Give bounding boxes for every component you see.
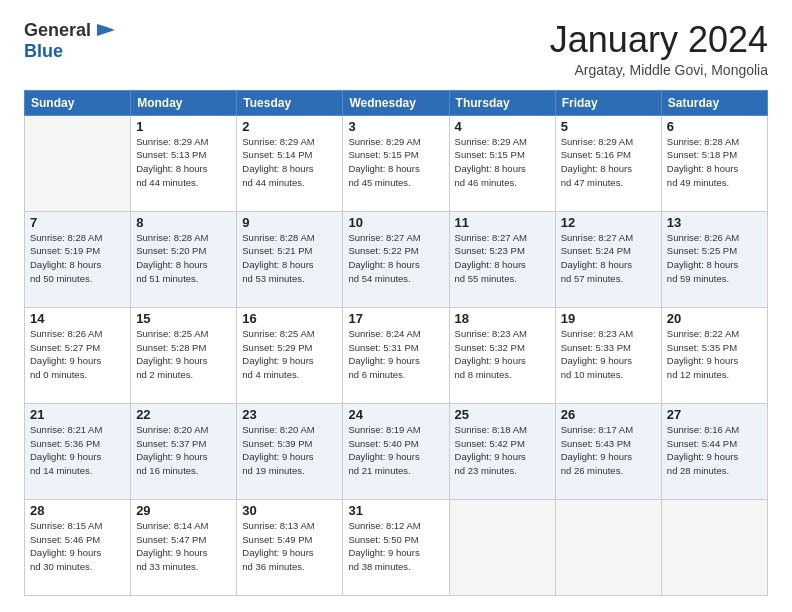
- cell-info-text: Sunrise: 8:29 AMSunset: 5:15 PMDaylight:…: [455, 135, 550, 190]
- table-cell: 14Sunrise: 8:26 AMSunset: 5:27 PMDayligh…: [25, 307, 131, 403]
- header-saturday: Saturday: [661, 90, 767, 115]
- cell-info-text: Sunrise: 8:27 AMSunset: 5:22 PMDaylight:…: [348, 231, 443, 286]
- cell-info-text: Sunrise: 8:19 AMSunset: 5:40 PMDaylight:…: [348, 423, 443, 478]
- calendar-week-1: 1Sunrise: 8:29 AMSunset: 5:13 PMDaylight…: [25, 115, 768, 211]
- header-tuesday: Tuesday: [237, 90, 343, 115]
- cell-info-text: Sunrise: 8:16 AMSunset: 5:44 PMDaylight:…: [667, 423, 762, 478]
- cell-info-text: Sunrise: 8:21 AMSunset: 5:36 PMDaylight:…: [30, 423, 125, 478]
- logo-general-text: General: [24, 20, 91, 41]
- cell-info-text: Sunrise: 8:29 AMSunset: 5:16 PMDaylight:…: [561, 135, 656, 190]
- logo-flag-icon: [95, 22, 117, 40]
- cell-date-number: 20: [667, 311, 762, 326]
- cell-info-text: Sunrise: 8:18 AMSunset: 5:42 PMDaylight:…: [455, 423, 550, 478]
- header-monday: Monday: [131, 90, 237, 115]
- month-title: January 2024: [550, 20, 768, 60]
- cell-info-text: Sunrise: 8:23 AMSunset: 5:32 PMDaylight:…: [455, 327, 550, 382]
- table-cell: [661, 499, 767, 595]
- table-cell: 26Sunrise: 8:17 AMSunset: 5:43 PMDayligh…: [555, 403, 661, 499]
- table-cell: 5Sunrise: 8:29 AMSunset: 5:16 PMDaylight…: [555, 115, 661, 211]
- cell-date-number: 7: [30, 215, 125, 230]
- table-cell: 30Sunrise: 8:13 AMSunset: 5:49 PMDayligh…: [237, 499, 343, 595]
- table-cell: 18Sunrise: 8:23 AMSunset: 5:32 PMDayligh…: [449, 307, 555, 403]
- cell-date-number: 29: [136, 503, 231, 518]
- table-cell: 16Sunrise: 8:25 AMSunset: 5:29 PMDayligh…: [237, 307, 343, 403]
- cell-info-text: Sunrise: 8:29 AMSunset: 5:14 PMDaylight:…: [242, 135, 337, 190]
- table-cell: 2Sunrise: 8:29 AMSunset: 5:14 PMDaylight…: [237, 115, 343, 211]
- cell-date-number: 5: [561, 119, 656, 134]
- calendar-week-4: 21Sunrise: 8:21 AMSunset: 5:36 PMDayligh…: [25, 403, 768, 499]
- table-cell: 24Sunrise: 8:19 AMSunset: 5:40 PMDayligh…: [343, 403, 449, 499]
- table-cell: 29Sunrise: 8:14 AMSunset: 5:47 PMDayligh…: [131, 499, 237, 595]
- cell-date-number: 14: [30, 311, 125, 326]
- table-cell: 15Sunrise: 8:25 AMSunset: 5:28 PMDayligh…: [131, 307, 237, 403]
- cell-info-text: Sunrise: 8:26 AMSunset: 5:25 PMDaylight:…: [667, 231, 762, 286]
- cell-date-number: 23: [242, 407, 337, 422]
- cell-info-text: Sunrise: 8:24 AMSunset: 5:31 PMDaylight:…: [348, 327, 443, 382]
- header-wednesday: Wednesday: [343, 90, 449, 115]
- cell-info-text: Sunrise: 8:14 AMSunset: 5:47 PMDaylight:…: [136, 519, 231, 574]
- table-cell: 25Sunrise: 8:18 AMSunset: 5:42 PMDayligh…: [449, 403, 555, 499]
- table-cell: 8Sunrise: 8:28 AMSunset: 5:20 PMDaylight…: [131, 211, 237, 307]
- logo-blue-text: Blue: [24, 41, 63, 61]
- cell-info-text: Sunrise: 8:29 AMSunset: 5:15 PMDaylight:…: [348, 135, 443, 190]
- cell-date-number: 31: [348, 503, 443, 518]
- cell-date-number: 19: [561, 311, 656, 326]
- table-cell: [449, 499, 555, 595]
- cell-date-number: 22: [136, 407, 231, 422]
- logo: General Blue: [24, 20, 117, 62]
- table-cell: 19Sunrise: 8:23 AMSunset: 5:33 PMDayligh…: [555, 307, 661, 403]
- calendar-week-5: 28Sunrise: 8:15 AMSunset: 5:46 PMDayligh…: [25, 499, 768, 595]
- cell-info-text: Sunrise: 8:28 AMSunset: 5:19 PMDaylight:…: [30, 231, 125, 286]
- cell-info-text: Sunrise: 8:20 AMSunset: 5:39 PMDaylight:…: [242, 423, 337, 478]
- cell-date-number: 4: [455, 119, 550, 134]
- table-cell: [25, 115, 131, 211]
- cell-date-number: 13: [667, 215, 762, 230]
- cell-date-number: 27: [667, 407, 762, 422]
- page: General Blue January 2024 Argatay, Middl…: [0, 0, 792, 612]
- table-cell: 20Sunrise: 8:22 AMSunset: 5:35 PMDayligh…: [661, 307, 767, 403]
- cell-info-text: Sunrise: 8:13 AMSunset: 5:49 PMDaylight:…: [242, 519, 337, 574]
- cell-info-text: Sunrise: 8:28 AMSunset: 5:18 PMDaylight:…: [667, 135, 762, 190]
- table-cell: 23Sunrise: 8:20 AMSunset: 5:39 PMDayligh…: [237, 403, 343, 499]
- table-cell: 9Sunrise: 8:28 AMSunset: 5:21 PMDaylight…: [237, 211, 343, 307]
- cell-date-number: 15: [136, 311, 231, 326]
- cell-date-number: 18: [455, 311, 550, 326]
- cell-date-number: 25: [455, 407, 550, 422]
- cell-date-number: 1: [136, 119, 231, 134]
- cell-info-text: Sunrise: 8:26 AMSunset: 5:27 PMDaylight:…: [30, 327, 125, 382]
- cell-date-number: 16: [242, 311, 337, 326]
- table-cell: 22Sunrise: 8:20 AMSunset: 5:37 PMDayligh…: [131, 403, 237, 499]
- cell-date-number: 28: [30, 503, 125, 518]
- table-cell: 4Sunrise: 8:29 AMSunset: 5:15 PMDaylight…: [449, 115, 555, 211]
- header-thursday: Thursday: [449, 90, 555, 115]
- cell-info-text: Sunrise: 8:17 AMSunset: 5:43 PMDaylight:…: [561, 423, 656, 478]
- cell-info-text: Sunrise: 8:23 AMSunset: 5:33 PMDaylight:…: [561, 327, 656, 382]
- calendar-week-2: 7Sunrise: 8:28 AMSunset: 5:19 PMDaylight…: [25, 211, 768, 307]
- cell-date-number: 24: [348, 407, 443, 422]
- cell-info-text: Sunrise: 8:27 AMSunset: 5:23 PMDaylight:…: [455, 231, 550, 286]
- table-cell: 13Sunrise: 8:26 AMSunset: 5:25 PMDayligh…: [661, 211, 767, 307]
- cell-info-text: Sunrise: 8:28 AMSunset: 5:20 PMDaylight:…: [136, 231, 231, 286]
- table-cell: 7Sunrise: 8:28 AMSunset: 5:19 PMDaylight…: [25, 211, 131, 307]
- cell-date-number: 9: [242, 215, 337, 230]
- cell-date-number: 26: [561, 407, 656, 422]
- cell-date-number: 11: [455, 215, 550, 230]
- cell-date-number: 3: [348, 119, 443, 134]
- cell-date-number: 17: [348, 311, 443, 326]
- calendar-week-3: 14Sunrise: 8:26 AMSunset: 5:27 PMDayligh…: [25, 307, 768, 403]
- cell-info-text: Sunrise: 8:22 AMSunset: 5:35 PMDaylight:…: [667, 327, 762, 382]
- table-cell: 27Sunrise: 8:16 AMSunset: 5:44 PMDayligh…: [661, 403, 767, 499]
- table-cell: 11Sunrise: 8:27 AMSunset: 5:23 PMDayligh…: [449, 211, 555, 307]
- calendar-table: Sunday Monday Tuesday Wednesday Thursday…: [24, 90, 768, 596]
- cell-info-text: Sunrise: 8:12 AMSunset: 5:50 PMDaylight:…: [348, 519, 443, 574]
- table-cell: 6Sunrise: 8:28 AMSunset: 5:18 PMDaylight…: [661, 115, 767, 211]
- header-sunday: Sunday: [25, 90, 131, 115]
- svg-marker-0: [97, 24, 115, 36]
- cell-date-number: 10: [348, 215, 443, 230]
- cell-date-number: 8: [136, 215, 231, 230]
- cell-info-text: Sunrise: 8:28 AMSunset: 5:21 PMDaylight:…: [242, 231, 337, 286]
- cell-info-text: Sunrise: 8:25 AMSunset: 5:28 PMDaylight:…: [136, 327, 231, 382]
- cell-date-number: 6: [667, 119, 762, 134]
- location-subtitle: Argatay, Middle Govi, Mongolia: [550, 62, 768, 78]
- table-cell: 21Sunrise: 8:21 AMSunset: 5:36 PMDayligh…: [25, 403, 131, 499]
